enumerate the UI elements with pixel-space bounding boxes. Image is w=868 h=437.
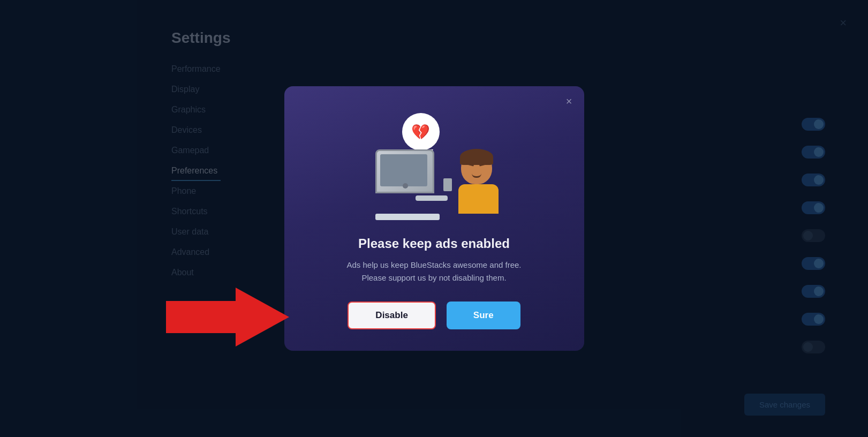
speech-bubble: 💔 bbox=[402, 113, 440, 150]
character bbox=[456, 151, 504, 214]
character-mouth bbox=[472, 174, 481, 178]
modal-buttons: Disable Sure bbox=[311, 302, 557, 329]
ads-dialog: × 💔 bbox=[284, 86, 584, 351]
keyboard bbox=[375, 214, 440, 220]
character-head bbox=[461, 151, 492, 184]
modal-close-button[interactable]: × bbox=[566, 96, 572, 107]
character-body bbox=[458, 184, 499, 214]
modal-title: Please keep ads enabled bbox=[358, 236, 510, 251]
modal-description: Ads help us keep BlueStacks awesome and … bbox=[346, 259, 521, 284]
monitor-inner-screen bbox=[380, 154, 427, 186]
monitor-camera-dot bbox=[403, 183, 408, 189]
monitor-screen bbox=[375, 149, 434, 193]
modal-illustration: 💔 bbox=[365, 108, 504, 225]
monitor-stand bbox=[443, 178, 452, 191]
red-arrow-annotation bbox=[166, 288, 289, 349]
monitor-base bbox=[416, 195, 448, 201]
disable-button[interactable]: Disable bbox=[348, 302, 435, 329]
sure-button[interactable]: Sure bbox=[447, 302, 520, 329]
svg-marker-0 bbox=[166, 288, 289, 346]
heart-icon: 💔 bbox=[411, 123, 430, 141]
character-hair bbox=[460, 149, 493, 165]
monitor bbox=[375, 149, 440, 220]
